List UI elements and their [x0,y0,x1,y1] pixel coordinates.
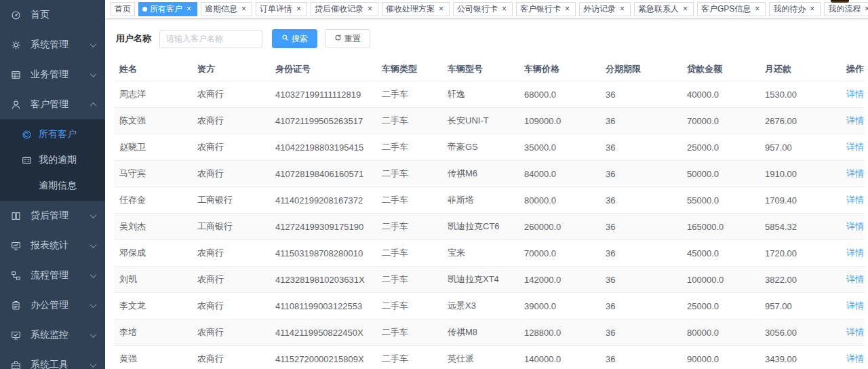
tab-my-process[interactable]: 我的流程× [824,2,868,16]
grid-icon [11,69,25,80]
tab-customer-gps-info[interactable]: 客户GPS信息× [697,2,766,16]
detail-link[interactable]: 详情 [846,248,864,258]
customer-name-input[interactable] [159,30,262,48]
tab-label: 所有客户 [150,3,182,15]
sidebar-item-business-management[interactable]: 业务管理 [0,60,105,90]
tab-label: 我的流程 [828,3,861,15]
sidebar-item-home[interactable]: 首页 [0,0,105,30]
sidebar-item-system-tools[interactable]: 系统工具 [0,350,105,369]
cell-vehicle_type: 二手车 [376,187,442,214]
detail-link[interactable]: 详情 [846,353,864,364]
cell-id_number: 411402199208167372 [270,187,376,214]
detail-link[interactable]: 详情 [846,300,864,311]
cell-vehicle_price: 39000.0 [519,293,600,319]
cell-vehicle_type: 二手车 [376,319,442,346]
chevron-down-icon [90,361,97,368]
chevron-down-icon [90,241,97,248]
sidebar-item-post-loan-management[interactable]: 贷后管理 [0,201,105,231]
tab-home[interactable]: 首页 [111,2,135,16]
table-row: 马守宾农商行410728198406160571二手车传祺M684000.036… [114,161,865,187]
column-header-name: 姓名 [114,58,192,81]
tab-collection-plan[interactable]: 催收处理方案× [382,2,450,16]
close-icon[interactable]: × [366,5,374,14]
active-dot [142,7,147,12]
cell-id_number: 411503198708280010 [270,240,376,267]
detail-link[interactable]: 详情 [846,195,864,205]
detail-link[interactable]: 详情 [846,168,864,178]
cell-action: 详情 [841,214,865,240]
table-row: 周志洋农商行410327199111112819二手车轩逸68000.03640… [114,81,865,108]
close-icon[interactable]: × [563,5,572,14]
detail-link[interactable]: 详情 [846,274,864,284]
cell-name: 邓保成 [114,240,192,267]
search-button[interactable]: 搜索 [272,29,317,48]
tab-overdue-info[interactable]: 逾期信息× [201,2,252,16]
close-icon[interactable]: × [808,5,816,14]
tab-label: 公司银行卡 [457,3,498,15]
cell-vehicle_model: 帝豪GS [442,134,519,161]
sidebar-item-overdue-info[interactable]: 逾期信息 [0,173,105,199]
detail-link[interactable]: 详情 [846,142,864,152]
cell-vehicle_model: 凯迪拉克CT6 [442,214,519,240]
tab-label: 贷后催收记录 [315,3,363,15]
tab-customer-bank-card[interactable]: 客户银行卡× [516,2,576,16]
close-icon[interactable]: × [681,5,690,14]
close-icon[interactable]: × [294,5,303,14]
close-icon[interactable]: × [618,5,627,14]
detail-link[interactable]: 详情 [846,115,864,125]
username-label: 用户名称 [116,33,151,45]
sidebar-item-customer-management[interactable]: 客户管理 [0,90,105,119]
cell-monthly_payment: 3822.00 [760,267,841,293]
sidebar-item-process-management[interactable]: 流程管理 [0,260,105,290]
tab-label: 催收处理方案 [386,3,435,15]
tab-order-detail[interactable]: 订单详情× [256,2,307,16]
column-header-loan_amount: 贷款金额 [682,58,760,81]
toolbox-icon [11,360,25,369]
sidebar-item-all-customers[interactable]: 所有客户 [0,121,105,147]
content-panel: 用户名称 搜索 重置 姓名资方身份证号车辆类型车辆型号车 [105,19,868,369]
tab-all-customers[interactable]: 所有客户× [138,2,197,16]
cell-funder: 农商行 [192,108,270,134]
cell-installment_term: 36 [600,108,682,134]
cell-loan_amount: 40000.0 [682,81,760,108]
cell-vehicle_type: 二手车 [376,214,442,240]
sidebar-item-office-management[interactable]: 办公管理 [0,290,105,320]
close-icon[interactable]: × [184,5,193,14]
detail-link[interactable]: 详情 [846,327,864,337]
cell-installment_term: 36 [600,240,682,267]
close-icon[interactable]: × [863,5,868,14]
sidebar-item-my-overdue[interactable]: 我的逾期 [0,147,105,173]
tab-post-loan-collection-records[interactable]: 贷后催收记录× [311,2,378,16]
cell-id_number: 411081199003122553 [270,293,376,319]
cell-name: 刘凯 [114,267,192,293]
tab-visit-records[interactable]: 外访记录× [579,2,631,16]
cell-installment_term: 36 [600,214,682,240]
column-header-vehicle_model: 车辆型号 [442,58,519,81]
tab-company-bank-card[interactable]: 公司银行卡× [453,2,513,16]
close-icon[interactable]: × [239,5,248,14]
close-icon[interactable]: × [753,5,762,14]
sidebar-item-system-monitoring[interactable]: 系统监控 [0,320,105,350]
cell-name: 黄强 [114,346,192,369]
cell-name: 李文龙 [114,293,192,319]
cell-vehicle_type: 二手车 [376,267,442,293]
detail-link[interactable]: 详情 [846,221,864,231]
cell-id_number: 41142119950822450X [270,319,376,346]
cell-funder: 农商行 [192,240,270,267]
cell-monthly_payment: 957.00 [760,134,841,161]
cell-loan_amount: 70000.0 [682,108,760,134]
cell-action: 详情 [841,187,865,214]
cell-installment_term: 36 [600,267,682,293]
close-icon[interactable]: × [437,5,446,14]
tab-emergency-contacts[interactable]: 紧急联系人× [634,2,694,16]
tab-my-todo[interactable]: 我的待办× [769,2,821,16]
cell-vehicle_type: 二手车 [376,108,442,134]
sidebar-item-system-management[interactable]: 系统管理 [0,30,105,60]
dashboard-icon [11,9,25,20]
sidebar-item-report-statistics[interactable]: 报表统计 [0,231,105,260]
cell-monthly_payment: 1720.00 [760,240,841,267]
detail-link[interactable]: 详情 [846,89,864,99]
reset-button[interactable]: 重置 [325,29,370,48]
cell-action: 详情 [841,81,865,108]
close-icon[interactable]: × [500,5,509,14]
